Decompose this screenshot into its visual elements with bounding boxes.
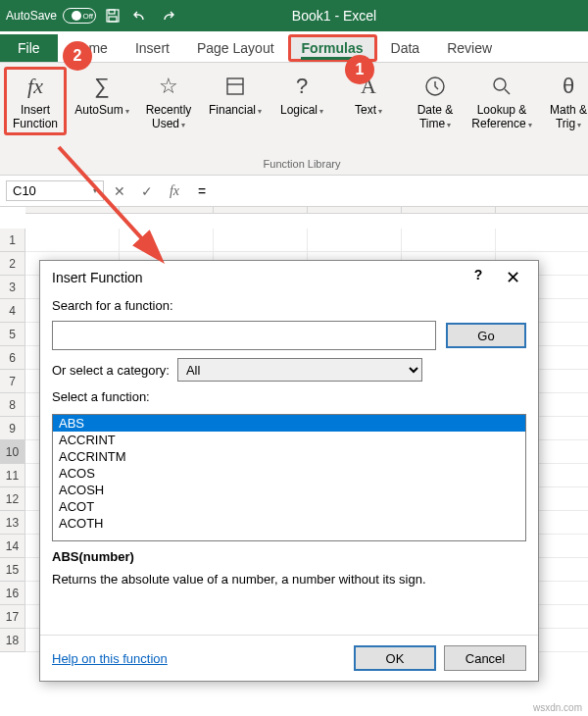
- title-bar: AutoSave Off Book1 - Excel: [0, 0, 588, 31]
- financial-icon: [220, 71, 251, 102]
- list-item[interactable]: ABS: [53, 415, 525, 432]
- go-button[interactable]: Go: [446, 323, 526, 348]
- tab-review[interactable]: Review: [433, 34, 506, 62]
- watermark: wsxdn.com: [533, 702, 582, 713]
- svg-rect-1: [109, 10, 115, 14]
- cancel-formula-icon[interactable]: ✕: [108, 179, 131, 203]
- date-time-button[interactable]: Date & Time▾: [404, 67, 466, 135]
- fx-icon[interactable]: fx: [163, 179, 186, 203]
- chevron-down-icon: ▾: [258, 107, 262, 116]
- list-item[interactable]: ACCRINT: [53, 432, 525, 448]
- list-item[interactable]: ACOS: [53, 465, 525, 482]
- chevron-down-icon: ▾: [181, 121, 185, 129]
- svg-rect-3: [227, 78, 243, 94]
- cancel-button[interactable]: Cancel: [444, 645, 526, 671]
- autosum-button[interactable]: ∑ AutoSum▾: [71, 67, 133, 122]
- function-description: Returns the absolute value of a number, …: [52, 572, 526, 587]
- chevron-down-icon: ▾: [528, 121, 532, 129]
- category-label: Or select a category:: [52, 363, 170, 378]
- name-box[interactable]: C10▾: [6, 180, 104, 201]
- chevron-down-icon: ▾: [319, 107, 323, 116]
- category-select[interactable]: All: [177, 358, 422, 382]
- help-icon[interactable]: ?: [464, 267, 493, 288]
- enter-formula-icon[interactable]: ✓: [135, 179, 159, 203]
- help-link[interactable]: Help on this function: [52, 651, 168, 666]
- logical-button[interactable]: ? Logical▾: [270, 67, 333, 122]
- dialog-title: Insert Function: [52, 270, 143, 285]
- row-headers: 123456789101112131415161718: [0, 229, 25, 652]
- lookup-icon: [486, 71, 517, 102]
- ok-button[interactable]: OK: [354, 645, 436, 671]
- dialog-title-bar: Insert Function ? ✕: [40, 261, 538, 294]
- autosave-toggle[interactable]: AutoSave Off: [6, 8, 96, 24]
- quick-access-toolbar: [104, 7, 176, 25]
- group-label-function-library: Function Library: [0, 155, 588, 173]
- list-item[interactable]: ACOSH: [53, 482, 525, 498]
- chevron-down-icon: ▾: [93, 186, 97, 195]
- chevron-down-icon: ▾: [577, 121, 581, 129]
- function-list[interactable]: ABS ACCRINT ACCRINTM ACOS ACOSH ACOT ACO…: [52, 414, 526, 541]
- function-signature: ABS(number): [52, 549, 526, 564]
- svg-line-7: [505, 89, 510, 94]
- list-item[interactable]: ACOTH: [53, 515, 525, 532]
- chevron-down-icon: ▾: [447, 121, 451, 129]
- formula-input[interactable]: =: [190, 183, 588, 199]
- search-input[interactable]: [52, 321, 436, 350]
- annotation-badge-2: 2: [63, 41, 92, 71]
- undo-icon[interactable]: [131, 7, 149, 25]
- column-headers: [25, 207, 588, 214]
- ribbon: fx Insert Function ∑ AutoSum▾ ☆ Recently…: [0, 63, 588, 176]
- select-function-label: Select a function:: [52, 389, 526, 404]
- chevron-down-icon: ▾: [378, 107, 382, 116]
- chevron-down-icon: ▾: [125, 107, 129, 116]
- clock-icon: [419, 71, 451, 102]
- redo-icon[interactable]: [159, 7, 176, 25]
- list-item[interactable]: ACOT: [53, 498, 525, 515]
- tab-file[interactable]: File: [0, 34, 58, 62]
- search-label: Search for a function:: [52, 298, 526, 313]
- window-title: Book1 - Excel: [184, 8, 582, 24]
- fx-icon: fx: [20, 71, 51, 102]
- logical-icon: ?: [286, 71, 318, 102]
- toggle-switch[interactable]: Off: [63, 8, 96, 24]
- tab-page-layout[interactable]: Page Layout: [183, 34, 288, 62]
- star-icon: ☆: [153, 71, 184, 102]
- autosave-label: AutoSave: [6, 9, 57, 23]
- annotation-badge-1: 1: [345, 55, 374, 84]
- insert-function-button[interactable]: fx Insert Function: [4, 67, 67, 135]
- math-trig-button[interactable]: θ Math & Trig▾: [537, 67, 588, 135]
- svg-rect-2: [109, 17, 117, 22]
- tab-data[interactable]: Data: [377, 34, 434, 62]
- lookup-reference-button[interactable]: Lookup & Reference▾: [470, 67, 533, 135]
- tab-insert[interactable]: Insert: [122, 34, 183, 62]
- recently-used-button[interactable]: ☆ Recently Used▾: [137, 67, 200, 135]
- financial-button[interactable]: Financial▾: [204, 67, 267, 122]
- save-icon[interactable]: [104, 7, 122, 25]
- theta-icon: θ: [553, 71, 584, 102]
- close-icon[interactable]: ✕: [493, 267, 532, 288]
- list-item[interactable]: ACCRINTM: [53, 448, 525, 465]
- formula-bar: C10▾ ✕ ✓ fx =: [0, 176, 588, 207]
- sigma-icon: ∑: [86, 71, 118, 102]
- svg-point-6: [494, 78, 506, 90]
- insert-function-dialog: Insert Function ? ✕ Search for a functio…: [39, 260, 539, 682]
